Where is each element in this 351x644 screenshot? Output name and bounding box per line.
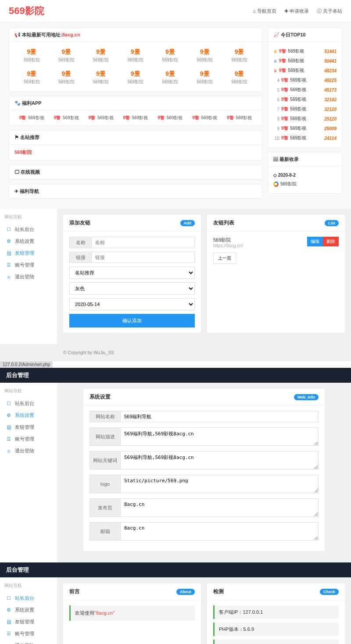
sidebar-item[interactable]: ⚙系统设置 (4, 235, 53, 247)
sidebar-item[interactable]: ☰账号管理 (4, 628, 53, 640)
site-label: 569影院 (187, 79, 222, 85)
site-cell[interactable]: 9景569影院 (187, 68, 222, 87)
submit-button[interactable]: 确认添加 (69, 314, 195, 327)
color-select[interactable]: 灰色 (69, 282, 195, 295)
check-row: 客户端IP：127.0.0.1 (213, 605, 339, 619)
sidebar-item[interactable]: ⎋退出登陆 (4, 640, 53, 644)
top10-item[interactable]: ♛9警 569影视51441 (273, 46, 337, 56)
sidebar-label: 系统设置 (15, 607, 34, 613)
check-badge: Check (320, 589, 339, 595)
field-textarea[interactable]: 569福利导航,569影视8acg.cn (120, 427, 319, 446)
site-cell[interactable]: 9景569影院 (153, 46, 187, 65)
sidebar-label: 友链管理 (15, 424, 34, 431)
top10-item[interactable]: 109警 569影视24114 (273, 133, 337, 143)
sidebar-item[interactable]: ⎋退出登陆 (4, 271, 53, 283)
fuli-item[interactable]: 9警 569影视 (49, 115, 84, 121)
top-value: 50441 (324, 59, 337, 64)
link-item: 569影院https://8acg.cn/ 编辑删除 (213, 237, 339, 248)
fuli-item[interactable]: 9警 569影视 (222, 115, 257, 121)
sidebar-item[interactable]: ⎋退出登陆 (4, 445, 53, 457)
fuli-item[interactable]: 9警 569影视 (84, 115, 118, 121)
top10-item[interactable]: ♛9警 569影视48234 (273, 66, 337, 75)
rank-number: 7 (273, 107, 279, 112)
field-textarea[interactable]: 8acg.cn (120, 522, 319, 541)
prev-page-button[interactable]: 上一页 (213, 253, 236, 264)
site-cell[interactable]: 9景569影院 (187, 46, 222, 65)
link-label: 链接 (69, 252, 91, 263)
site-label: 569影院 (118, 79, 153, 85)
send-icon: ✈ (14, 189, 20, 194)
recent-item[interactable]: 569影院 (273, 179, 337, 189)
fuli-app-title: 🐾 福利APP (9, 96, 262, 110)
top10-item[interactable]: 79警 569影视32120 (273, 104, 337, 114)
sidebar-item[interactable]: ⚙系统设置 (4, 604, 53, 616)
site-cell[interactable]: 9景569影院 (14, 68, 49, 87)
sidebar-icon: ⛓ (6, 619, 11, 625)
field-input[interactable] (120, 411, 319, 422)
site-cell[interactable]: 9景569影院 (118, 68, 153, 87)
top10-item[interactable]: 99警 569影视25009 (273, 124, 337, 133)
admin-header: 后台管理 (0, 562, 351, 577)
category-select[interactable]: 名站推荐 (69, 267, 195, 279)
top10-item[interactable]: 49警 569影视48225 (273, 75, 337, 85)
site-logo[interactable]: 569影院 (9, 4, 44, 18)
webinfo-badge: Web_Info (294, 394, 319, 400)
stack-icon: ▤ (273, 157, 279, 162)
sidebar-item[interactable]: ⛓友链管理 (4, 421, 53, 433)
add-badge: Add (180, 220, 195, 226)
fuli-item[interactable]: 9警 569影视 (187, 115, 222, 121)
sidebar-icon: ☐ (6, 401, 11, 406)
sidebar-item[interactable]: ☰账号管理 (4, 433, 53, 445)
fuli-item[interactable]: 9警 569影视 (118, 115, 153, 121)
delete-button[interactable]: 删除 (323, 237, 339, 246)
date-select[interactable]: 2020-05-14 (69, 298, 195, 310)
site-label: 569影院 (222, 57, 257, 63)
field-textarea[interactable]: 8acg.cn (120, 498, 319, 517)
sidebar-icon: ⚙ (6, 413, 11, 418)
top10-item[interactable]: 59警 569影视45173 (273, 85, 337, 95)
crown-icon: ♛ (273, 59, 277, 64)
nav-home[interactable]: ⌂ 导航首页 (253, 8, 276, 14)
crown-icon: ♛ (273, 68, 277, 73)
sidebar-item[interactable]: ⛓友链管理 (4, 616, 53, 628)
link-list-title: 友链列表 (213, 219, 234, 227)
top10-item[interactable]: ♛9警 569影视50441 (273, 56, 337, 66)
site-label: 569影院 (49, 79, 84, 85)
site-cell[interactable]: 9景569影院 (49, 68, 84, 87)
sidebar-label: 友链管理 (15, 619, 34, 625)
sidebar-item[interactable]: ☐站长后台 (4, 224, 53, 235)
site-cell[interactable]: 9景569影院 (118, 46, 153, 65)
top10-item[interactable]: 89警 569影视25120 (273, 114, 337, 124)
nav-apply[interactable]: ✚ 申请收录 (284, 8, 309, 14)
sidebar-item[interactable]: ☐站长后台 (4, 592, 53, 604)
fuli-item[interactable]: 9警 569影视 (153, 115, 187, 121)
site-cell[interactable]: 9景569影院 (49, 46, 84, 65)
field-textarea[interactable]: 569福利导航,569影视8acg.cn (120, 451, 319, 470)
sidebar-icon: ☐ (6, 227, 11, 232)
site-cell[interactable]: 9景569影院 (222, 68, 257, 87)
sidebar-item[interactable]: ☐站长后台 (4, 398, 53, 409)
top10-item[interactable]: 69警 569影视32142 (273, 95, 337, 104)
sidebar-label: 友链管理 (15, 250, 34, 256)
site-label: 569影院 (84, 57, 118, 63)
name-input[interactable] (91, 237, 195, 248)
site-cell[interactable]: 9景569影院 (222, 46, 257, 65)
sidebar-item[interactable]: ⚙系统设置 (4, 409, 53, 421)
site-cell[interactable]: 9景569影院 (84, 46, 118, 65)
sidebar-item[interactable]: ⛓友链管理 (4, 247, 53, 259)
site-cell[interactable]: 9景569影院 (14, 46, 49, 65)
sidebar-item[interactable]: ☰账号管理 (4, 259, 53, 271)
rank-number: 4 (273, 78, 279, 83)
nav-about[interactable]: ⓘ 关于本站 (317, 8, 342, 14)
site-icon: 9景 (222, 70, 257, 78)
field-textarea[interactable]: Static/picture/569.png (120, 475, 319, 493)
site-label: 569影院 (153, 57, 187, 63)
admin-header: 后台管理 (0, 368, 351, 383)
link-input[interactable] (91, 252, 195, 263)
chart-icon: 📈 (273, 32, 281, 37)
site-cell[interactable]: 9景569影院 (153, 68, 187, 87)
site-cell[interactable]: 9景569影院 (84, 68, 118, 87)
rec-link[interactable]: 569影院 (14, 149, 32, 155)
edit-button[interactable]: 编辑 (307, 237, 323, 246)
fuli-item[interactable]: 9警 569影视 (14, 115, 49, 121)
